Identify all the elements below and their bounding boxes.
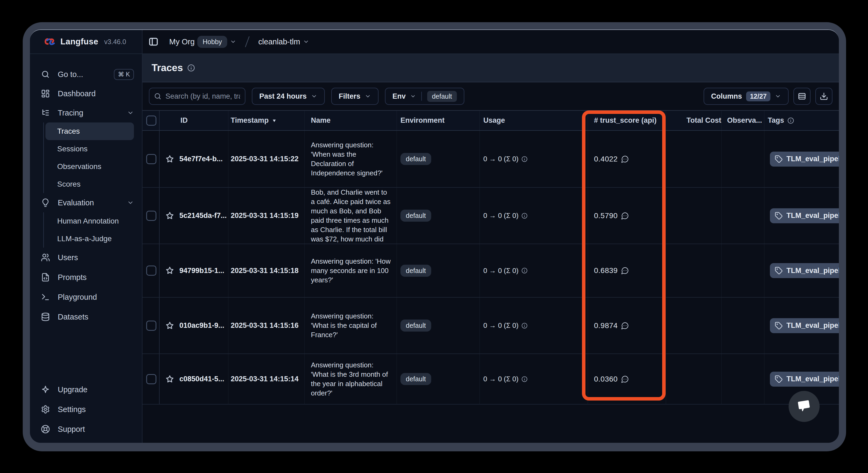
chevron-down-icon[interactable] [230,38,236,45]
info-icon[interactable] [521,267,528,274]
trace-id[interactable]: 94799b15-1... [179,267,224,275]
columns-count-badge: 12/27 [746,91,770,101]
env-filter-button[interactable]: Env default [385,88,464,105]
info-icon[interactable] [187,64,195,72]
info-icon[interactable] [521,156,528,162]
users-icon [39,253,51,262]
tag-badge[interactable]: TLM_eval_pipeline [770,208,839,223]
info-icon[interactable] [521,376,528,382]
sidebar-item-human-annotation[interactable]: Human Annotation [45,212,134,230]
table-row[interactable]: 94799b15-1... 2025-03-31 14:15:18 Answer… [143,244,839,298]
sidebar-item-label: Traces [57,127,80,136]
sidebar-menu: Go to... ⌘ K Dashboard [30,54,142,380]
sidebar-item-tracing[interactable]: Tracing [39,103,134,122]
trace-id[interactable]: 5c2145da-f7... [179,211,227,220]
sidebar-item-playground[interactable]: Playground [39,287,134,307]
star-icon[interactable] [165,266,175,275]
table-row[interactable]: 010ac9b1-9... 2025-03-31 14:15:16 Answer… [143,298,839,354]
time-range-button[interactable]: Past 24 hours [252,88,325,105]
row-checkbox[interactable] [143,188,160,244]
sidebar-header: Langfuse v3.46.0 [30,30,142,54]
column-header-observations[interactable]: Observa... [722,111,765,130]
tag-badge[interactable]: TLM_eval_pipeline [770,152,839,167]
breadcrumb-org[interactable]: My Org [169,37,195,46]
column-header-name[interactable]: Name [305,111,397,130]
sidebar-item-settings[interactable]: Settings [39,400,134,419]
column-header-usage[interactable]: Usage [480,111,588,130]
column-header-label: Observa... [727,116,762,125]
comment-icon[interactable] [621,322,629,330]
chat-widget-button[interactable] [788,391,819,422]
tag-label: TLM_eval_pipeline [786,321,839,330]
select-all-checkbox[interactable] [143,111,160,130]
sidebar-item-observations[interactable]: Observations [45,158,134,175]
sidebar-item-dashboard[interactable]: Dashboard [39,84,134,103]
comment-icon[interactable] [621,267,629,275]
total-cost-cell [666,188,722,244]
sidebar-item-llm-as-a-judge[interactable]: LLM-as-a-Judge [45,230,134,247]
column-header-label: Total Cost [686,116,721,125]
chevron-down-icon[interactable] [303,38,309,45]
trace-id[interactable]: 54e7f7e4-b... [179,155,223,163]
columns-label: Columns [711,92,742,100]
star-icon[interactable] [165,154,175,164]
tag-badge[interactable]: TLM_eval_pipeline [770,372,839,387]
table-row[interactable]: c0850d41-5... 2025-03-31 14:15:14 Answer… [143,354,839,405]
export-button[interactable] [815,88,832,105]
column-header-id[interactable]: ID [160,111,228,130]
chevron-down-icon [127,109,134,116]
usage-value: 0 → 0 (Σ 0) [483,267,519,275]
sidebar-item-label: Support [58,425,85,434]
row-checkbox[interactable] [143,244,160,297]
info-icon[interactable] [521,213,528,219]
row-checkbox[interactable] [143,131,160,187]
sparkle-icon [39,385,51,394]
sidebar-item-users[interactable]: Users [39,247,134,267]
tag-badge[interactable]: TLM_eval_pipeline [770,263,839,278]
column-header-tags[interactable]: Tags [765,111,839,130]
sidebar-item-goto[interactable]: Go to... ⌘ K [39,65,134,84]
filters-button[interactable]: Filters [331,88,378,105]
star-icon[interactable] [165,321,175,330]
comment-icon[interactable] [621,155,629,163]
row-height-button[interactable] [794,88,810,105]
search-input[interactable] [165,92,241,101]
search-icon [154,92,162,100]
sidebar-item-upgrade[interactable]: Upgrade [39,380,134,400]
tag-badge[interactable]: TLM_eval_pipeline [770,318,839,333]
breadcrumb-project[interactable]: cleanlab-tlm [258,37,300,46]
sidebar-item-traces[interactable]: Traces [45,122,134,140]
sidebar-item-evaluation[interactable]: Evaluation [39,193,134,212]
column-header-environment[interactable]: Environment [397,111,480,130]
info-icon[interactable] [787,117,794,124]
row-checkbox[interactable] [143,298,160,353]
star-icon[interactable] [165,211,175,220]
star-icon[interactable] [165,374,175,384]
env-label: Env [393,92,406,100]
app-content: Langfuse v3.46.0 Go to... ⌘ K [30,29,839,443]
table-row[interactable]: 54e7f7e4-b... 2025-03-31 14:15:22 Answer… [143,131,839,188]
sidebar-item-datasets[interactable]: Datasets [39,307,134,327]
sidebar-item-sessions[interactable]: Sessions [45,140,134,158]
sidebar-item-support[interactable]: Support [39,419,134,439]
sidebar-item-prompts[interactable]: Prompts [39,267,134,287]
sidebar-item-scores[interactable]: Scores [45,175,134,193]
comment-icon[interactable] [621,375,629,383]
row-checkbox[interactable] [143,354,160,404]
table-row[interactable]: 5c2145da-f7... 2025-03-31 14:15:19 Bob, … [143,188,839,244]
column-header-total-cost[interactable]: Total Cost [666,111,722,130]
sidebar-item-label: Datasets [58,313,88,321]
column-header-timestamp[interactable]: Timestamp [228,111,305,130]
table-header-row: ID Timestamp Name Environment Usage # tr… [143,110,839,131]
columns-button[interactable]: Columns 12/27 [704,88,788,105]
toolbar-right-group: Columns 12/27 [704,88,832,105]
comment-icon[interactable] [621,212,629,220]
trace-id[interactable]: c0850d41-5... [179,375,224,383]
sidebar-item-label: Tracing [58,109,84,117]
filters-label: Filters [339,92,360,100]
trace-id[interactable]: 010ac9b1-9... [179,321,224,330]
column-header-trust-score[interactable]: # trust_score (api) [588,111,666,130]
sidebar-toggle-icon[interactable] [148,37,158,47]
tag-icon [775,375,783,383]
info-icon[interactable] [521,322,528,329]
